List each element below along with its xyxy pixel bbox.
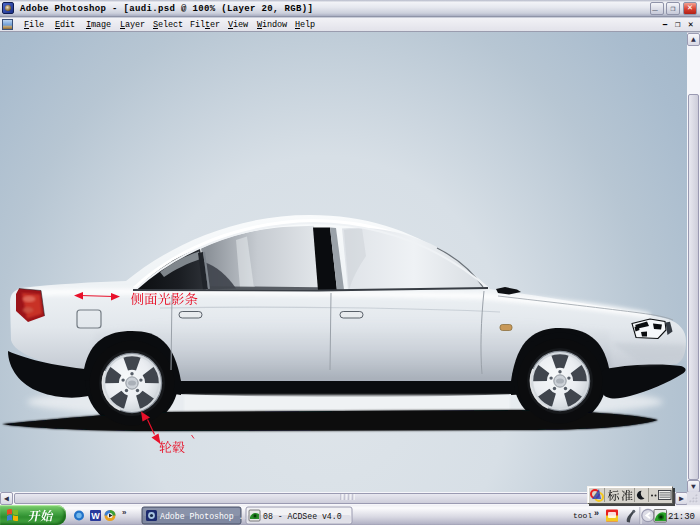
svg-text:Adobe Photoshop ...: Adobe Photoshop ... <box>160 512 253 521</box>
svg-text:»: » <box>122 508 127 517</box>
svg-text:W: W <box>91 511 100 521</box>
svg-text:08 - ACDSee v4.0: 08 - ACDSee v4.0 <box>263 512 342 521</box>
